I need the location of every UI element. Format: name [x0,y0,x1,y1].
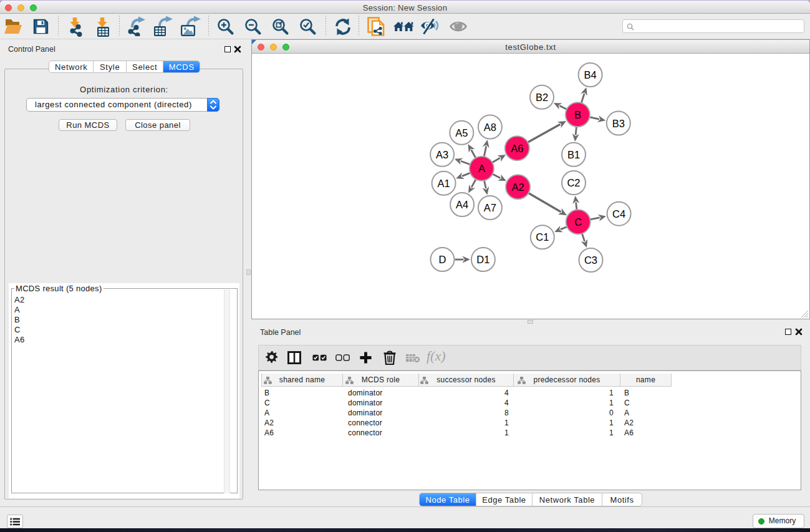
svg-text:C1: C1 [536,231,549,243]
svg-text:A: A [478,163,485,174]
svg-text:A3: A3 [436,149,448,160]
svg-text:D1: D1 [476,254,489,265]
svg-text:A4: A4 [456,199,468,210]
svg-text:C2: C2 [567,177,580,188]
svg-text:B4: B4 [584,69,597,80]
svg-text:A8: A8 [484,122,496,133]
svg-text:B1: B1 [567,149,580,160]
svg-text:A5: A5 [455,127,468,138]
svg-text:B2: B2 [536,92,548,103]
svg-text:A1: A1 [438,178,450,189]
svg-text:B3: B3 [612,118,625,129]
svg-text:C4: C4 [612,208,625,220]
svg-text:D: D [439,254,446,265]
svg-text:A6: A6 [511,143,523,154]
svg-text:A7: A7 [484,202,496,213]
svg-text:B: B [574,109,581,120]
svg-text:A2: A2 [512,181,524,193]
svg-text:C: C [574,216,582,228]
svg-text:C3: C3 [584,254,597,266]
